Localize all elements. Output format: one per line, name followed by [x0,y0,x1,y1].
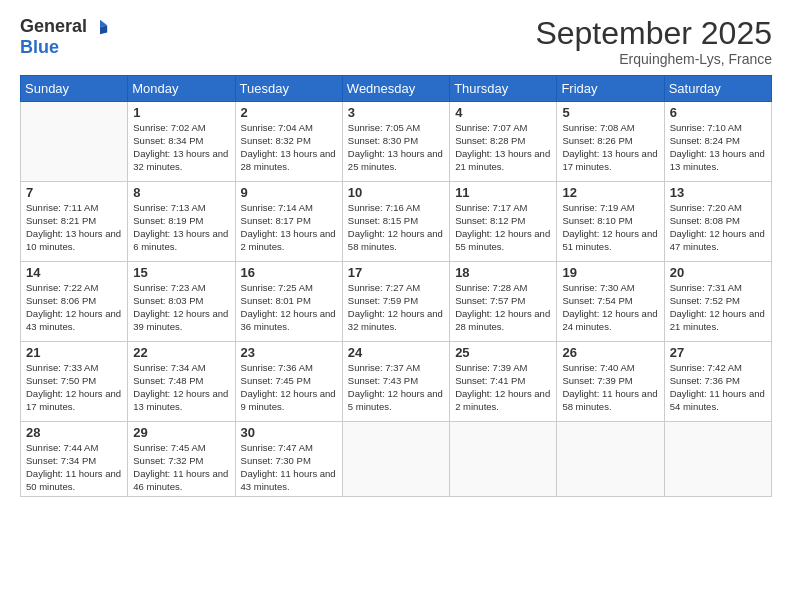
day-info: Sunrise: 7:31 AM Sunset: 7:52 PM Dayligh… [670,282,766,333]
day-info: Sunrise: 7:04 AM Sunset: 8:32 PM Dayligh… [241,122,337,173]
page: General Blue September 2025 Erquinghem-L… [0,0,792,612]
calendar-week-row: 1Sunrise: 7:02 AM Sunset: 8:34 PM Daylig… [21,102,772,182]
day-info: Sunrise: 7:34 AM Sunset: 7:48 PM Dayligh… [133,362,229,413]
day-number: 18 [455,265,551,280]
calendar-cell: 2Sunrise: 7:04 AM Sunset: 8:32 PM Daylig… [235,102,342,182]
calendar-cell: 9Sunrise: 7:14 AM Sunset: 8:17 PM Daylig… [235,182,342,262]
calendar-cell: 8Sunrise: 7:13 AM Sunset: 8:19 PM Daylig… [128,182,235,262]
calendar-week-row: 14Sunrise: 7:22 AM Sunset: 8:06 PM Dayli… [21,262,772,342]
calendar-cell: 10Sunrise: 7:16 AM Sunset: 8:15 PM Dayli… [342,182,449,262]
logo-flag-icon [91,18,109,36]
day-number: 4 [455,105,551,120]
calendar-cell: 21Sunrise: 7:33 AM Sunset: 7:50 PM Dayli… [21,342,128,422]
day-info: Sunrise: 7:45 AM Sunset: 7:32 PM Dayligh… [133,442,229,493]
day-number: 26 [562,345,658,360]
weekday-header: Wednesday [342,76,449,102]
day-number: 13 [670,185,766,200]
day-number: 20 [670,265,766,280]
calendar-cell [342,422,449,497]
weekday-header: Sunday [21,76,128,102]
day-info: Sunrise: 7:05 AM Sunset: 8:30 PM Dayligh… [348,122,444,173]
logo-blue-text: Blue [20,37,59,58]
day-info: Sunrise: 7:14 AM Sunset: 8:17 PM Dayligh… [241,202,337,253]
calendar-cell: 16Sunrise: 7:25 AM Sunset: 8:01 PM Dayli… [235,262,342,342]
calendar-cell: 5Sunrise: 7:08 AM Sunset: 8:26 PM Daylig… [557,102,664,182]
day-info: Sunrise: 7:25 AM Sunset: 8:01 PM Dayligh… [241,282,337,333]
day-info: Sunrise: 7:37 AM Sunset: 7:43 PM Dayligh… [348,362,444,413]
calendar-cell [21,102,128,182]
logo: General Blue [20,16,109,58]
weekday-header: Saturday [664,76,771,102]
weekday-header: Friday [557,76,664,102]
day-number: 29 [133,425,229,440]
calendar-week-row: 21Sunrise: 7:33 AM Sunset: 7:50 PM Dayli… [21,342,772,422]
day-info: Sunrise: 7:42 AM Sunset: 7:36 PM Dayligh… [670,362,766,413]
logo-blue: Blue [20,37,59,57]
logo-text: General [20,16,109,37]
day-number: 28 [26,425,122,440]
day-number: 5 [562,105,658,120]
logo-general: General [20,16,87,37]
calendar-cell: 20Sunrise: 7:31 AM Sunset: 7:52 PM Dayli… [664,262,771,342]
day-info: Sunrise: 7:20 AM Sunset: 8:08 PM Dayligh… [670,202,766,253]
calendar-cell: 3Sunrise: 7:05 AM Sunset: 8:30 PM Daylig… [342,102,449,182]
calendar-cell: 28Sunrise: 7:44 AM Sunset: 7:34 PM Dayli… [21,422,128,497]
day-number: 2 [241,105,337,120]
day-info: Sunrise: 7:44 AM Sunset: 7:34 PM Dayligh… [26,442,122,493]
calendar-cell: 30Sunrise: 7:47 AM Sunset: 7:30 PM Dayli… [235,422,342,497]
calendar-cell [450,422,557,497]
calendar-cell: 12Sunrise: 7:19 AM Sunset: 8:10 PM Dayli… [557,182,664,262]
day-info: Sunrise: 7:47 AM Sunset: 7:30 PM Dayligh… [241,442,337,493]
calendar-cell: 11Sunrise: 7:17 AM Sunset: 8:12 PM Dayli… [450,182,557,262]
calendar-cell: 4Sunrise: 7:07 AM Sunset: 8:28 PM Daylig… [450,102,557,182]
day-number: 30 [241,425,337,440]
day-info: Sunrise: 7:11 AM Sunset: 8:21 PM Dayligh… [26,202,122,253]
day-info: Sunrise: 7:07 AM Sunset: 8:28 PM Dayligh… [455,122,551,173]
calendar-cell: 7Sunrise: 7:11 AM Sunset: 8:21 PM Daylig… [21,182,128,262]
weekday-header: Tuesday [235,76,342,102]
day-number: 8 [133,185,229,200]
day-info: Sunrise: 7:17 AM Sunset: 8:12 PM Dayligh… [455,202,551,253]
day-number: 11 [455,185,551,200]
calendar-week-row: 7Sunrise: 7:11 AM Sunset: 8:21 PM Daylig… [21,182,772,262]
calendar-cell: 17Sunrise: 7:27 AM Sunset: 7:59 PM Dayli… [342,262,449,342]
day-number: 14 [26,265,122,280]
calendar-cell: 6Sunrise: 7:10 AM Sunset: 8:24 PM Daylig… [664,102,771,182]
day-number: 12 [562,185,658,200]
day-number: 25 [455,345,551,360]
calendar-cell: 27Sunrise: 7:42 AM Sunset: 7:36 PM Dayli… [664,342,771,422]
day-info: Sunrise: 7:27 AM Sunset: 7:59 PM Dayligh… [348,282,444,333]
calendar-cell: 29Sunrise: 7:45 AM Sunset: 7:32 PM Dayli… [128,422,235,497]
day-info: Sunrise: 7:28 AM Sunset: 7:57 PM Dayligh… [455,282,551,333]
day-info: Sunrise: 7:13 AM Sunset: 8:19 PM Dayligh… [133,202,229,253]
day-number: 17 [348,265,444,280]
day-number: 15 [133,265,229,280]
day-number: 10 [348,185,444,200]
day-number: 21 [26,345,122,360]
month-title: September 2025 [535,16,772,51]
calendar-cell: 26Sunrise: 7:40 AM Sunset: 7:39 PM Dayli… [557,342,664,422]
calendar-cell: 14Sunrise: 7:22 AM Sunset: 8:06 PM Dayli… [21,262,128,342]
weekday-header: Thursday [450,76,557,102]
day-info: Sunrise: 7:22 AM Sunset: 8:06 PM Dayligh… [26,282,122,333]
day-info: Sunrise: 7:10 AM Sunset: 8:24 PM Dayligh… [670,122,766,173]
calendar-week-row: 28Sunrise: 7:44 AM Sunset: 7:34 PM Dayli… [21,422,772,497]
calendar-cell: 18Sunrise: 7:28 AM Sunset: 7:57 PM Dayli… [450,262,557,342]
title-block: September 2025 Erquinghem-Lys, France [535,16,772,67]
calendar-cell: 24Sunrise: 7:37 AM Sunset: 7:43 PM Dayli… [342,342,449,422]
calendar-cell: 15Sunrise: 7:23 AM Sunset: 8:03 PM Dayli… [128,262,235,342]
calendar-cell: 23Sunrise: 7:36 AM Sunset: 7:45 PM Dayli… [235,342,342,422]
day-number: 3 [348,105,444,120]
calendar-cell: 22Sunrise: 7:34 AM Sunset: 7:48 PM Dayli… [128,342,235,422]
day-info: Sunrise: 7:19 AM Sunset: 8:10 PM Dayligh… [562,202,658,253]
calendar-cell [557,422,664,497]
day-info: Sunrise: 7:33 AM Sunset: 7:50 PM Dayligh… [26,362,122,413]
weekday-header: Monday [128,76,235,102]
day-number: 19 [562,265,658,280]
day-info: Sunrise: 7:40 AM Sunset: 7:39 PM Dayligh… [562,362,658,413]
day-info: Sunrise: 7:16 AM Sunset: 8:15 PM Dayligh… [348,202,444,253]
day-number: 1 [133,105,229,120]
weekday-header-row: SundayMondayTuesdayWednesdayThursdayFrid… [21,76,772,102]
calendar-cell: 13Sunrise: 7:20 AM Sunset: 8:08 PM Dayli… [664,182,771,262]
day-info: Sunrise: 7:23 AM Sunset: 8:03 PM Dayligh… [133,282,229,333]
